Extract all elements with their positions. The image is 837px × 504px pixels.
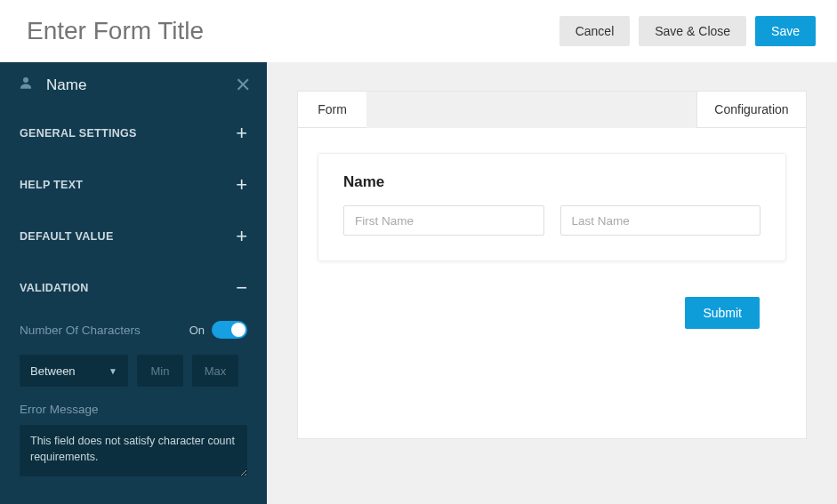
field-title: Name	[343, 173, 761, 191]
last-name-input[interactable]	[560, 205, 761, 236]
save-close-button[interactable]: Save & Close	[639, 16, 746, 46]
section-label: VALIDATION	[20, 282, 89, 294]
person-icon	[18, 75, 34, 95]
tab-separator	[366, 91, 696, 128]
error-message-textarea[interactable]: This field does not satisfy character co…	[20, 425, 247, 476]
main-layout: Name ✕ GENERAL SETTINGS + HELP TEXT + DE…	[0, 62, 837, 504]
error-message-label: Error Message	[20, 403, 247, 416]
field-name-label: Name	[46, 76, 235, 94]
form-title-input[interactable]	[27, 17, 382, 45]
form-canvas: Form Configuration Name Submit	[267, 62, 837, 504]
number-of-characters-row: Number Of Characters On	[20, 321, 247, 339]
form-surface: Name Submit	[297, 128, 807, 439]
chevron-down-icon: ▼	[109, 366, 117, 376]
number-of-characters-toggle[interactable]	[212, 321, 247, 339]
settings-sidebar: Name ✕ GENERAL SETTINGS + HELP TEXT + DE…	[0, 62, 267, 504]
switch-state-label: On	[189, 324, 205, 337]
sidebar-header: Name ✕	[0, 62, 267, 108]
cancel-button[interactable]: Cancel	[559, 16, 631, 46]
plus-icon: +	[236, 175, 247, 195]
tab-form[interactable]: Form	[297, 91, 366, 128]
validation-body: Number Of Characters On Between ▼ Error …	[0, 314, 267, 488]
header-buttons: Cancel Save & Close Save	[559, 16, 816, 46]
max-input[interactable]	[192, 355, 238, 387]
plus-icon: +	[236, 124, 247, 143]
number-of-characters-label: Number Of Characters	[20, 324, 141, 337]
section-general-settings[interactable]: GENERAL SETTINGS +	[0, 108, 267, 159]
svg-point-0	[23, 77, 28, 83]
section-validation[interactable]: VALIDATION −	[0, 262, 267, 314]
section-label: DEFAULT VALUE	[20, 230, 114, 243]
section-help-text[interactable]: HELP TEXT +	[0, 159, 267, 211]
inputs-row	[343, 205, 761, 236]
top-bar: Cancel Save & Close Save	[0, 0, 837, 62]
range-row: Between ▼	[20, 355, 247, 387]
section-label: HELP TEXT	[20, 179, 83, 191]
name-field-card[interactable]: Name	[318, 153, 786, 261]
section-default-value[interactable]: DEFAULT VALUE +	[0, 211, 267, 262]
section-label: GENERAL SETTINGS	[20, 127, 137, 140]
plus-icon: +	[236, 227, 247, 246]
select-value: Between	[30, 364, 76, 378]
range-type-select[interactable]: Between ▼	[20, 355, 128, 387]
close-icon[interactable]: ✕	[235, 76, 251, 95]
tab-configuration[interactable]: Configuration	[696, 91, 807, 128]
minus-icon: −	[236, 278, 247, 298]
submit-row: Submit	[318, 297, 786, 329]
switch-wrap: On	[189, 321, 247, 339]
switch-knob	[231, 323, 245, 337]
submit-button[interactable]: Submit	[685, 297, 760, 329]
first-name-input[interactable]	[343, 205, 544, 236]
tab-bar: Form Configuration	[297, 91, 807, 128]
min-input[interactable]	[137, 355, 183, 387]
save-button[interactable]: Save	[755, 16, 816, 46]
